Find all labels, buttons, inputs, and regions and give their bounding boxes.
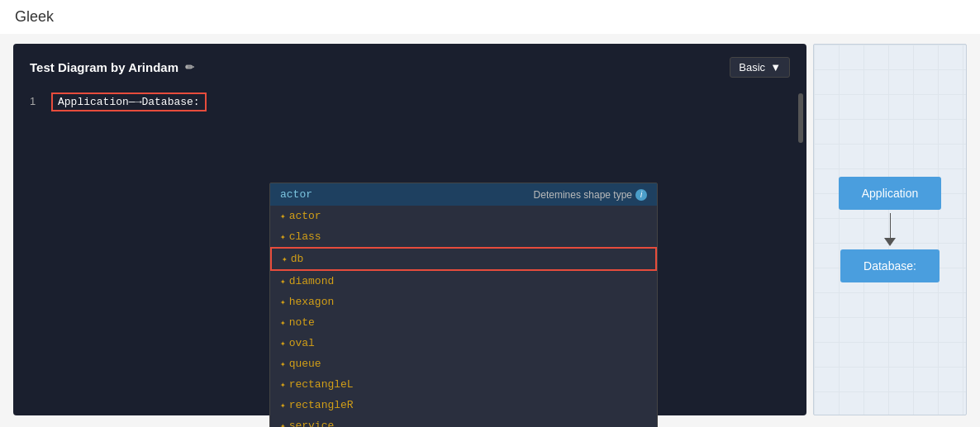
edit-icon[interactable]: ✏ xyxy=(185,61,194,74)
item-icon: ✦ xyxy=(280,358,286,369)
editor-toolbar: Test Diagram by Arindam ✏ Basic ▼ xyxy=(30,57,790,78)
diagram-node-application: Application xyxy=(839,177,942,210)
info-icon: i xyxy=(635,189,647,201)
item-label: rectangleL xyxy=(289,378,354,391)
item-icon: ✦ xyxy=(282,254,288,264)
item-icon: ✦ xyxy=(280,297,286,307)
dropdown-item[interactable]: ✦service xyxy=(270,415,657,427)
arrow-line xyxy=(890,213,891,238)
preview-panel: Application Database: xyxy=(813,44,967,415)
code-connector: —→ xyxy=(129,96,142,108)
item-icon: ✦ xyxy=(280,338,286,349)
item-icon: ✦ xyxy=(280,420,286,427)
diagram-title-text: Test Diagram by Arindam xyxy=(30,60,178,74)
item-label: queue xyxy=(289,358,321,370)
diagram-title: Test Diagram by Arindam ✏ xyxy=(30,60,194,74)
autocomplete-dropdown: actor Detemines shape type i ✦actor✦clas… xyxy=(269,183,658,427)
dropdown-arrow-icon: ▼ xyxy=(770,61,781,74)
diagram-arrow xyxy=(884,213,896,246)
diagram-content: Application Database: xyxy=(839,177,942,282)
app-title-text: Gleek xyxy=(15,8,54,25)
dropdown-item[interactable]: ✦rectangleL xyxy=(270,374,657,395)
code-left: Application xyxy=(58,96,129,108)
line-number: 1 xyxy=(30,93,43,107)
app-title: Gleek xyxy=(0,0,980,34)
item-label: actor xyxy=(289,210,321,222)
dropdown-items-container: ✦actor✦class✦db✦diamond✦hexagon✦note✦ova… xyxy=(270,206,657,427)
main-container: Test Diagram by Arindam ✏ Basic ▼ 1 Appl… xyxy=(0,34,980,425)
item-icon: ✦ xyxy=(280,276,286,287)
code-input-box[interactable]: Application —→ Database: xyxy=(51,93,207,111)
item-label: hexagon xyxy=(289,296,335,308)
dropdown-item[interactable]: ✦queue xyxy=(270,353,657,374)
dropdown-item[interactable]: ✦hexagon xyxy=(270,292,657,312)
dropdown-item[interactable]: ✦class xyxy=(270,226,657,247)
node-bottom-label: Database: xyxy=(863,259,916,273)
item-icon: ✦ xyxy=(280,400,286,410)
mode-label: Basic xyxy=(739,61,765,74)
dropdown-item[interactable]: ✦oval xyxy=(270,333,657,353)
item-label: diamond xyxy=(289,275,335,287)
node-top-label: Application xyxy=(862,187,919,200)
autocomplete-hint: Detemines shape type i xyxy=(534,189,647,201)
item-icon: ✦ xyxy=(280,379,286,390)
dropdown-item[interactable]: ✦diamond xyxy=(270,271,657,292)
scroll-indicator[interactable] xyxy=(798,93,803,143)
autocomplete-header-text: actor xyxy=(280,188,312,201)
item-label: rectangleR xyxy=(289,399,354,411)
code-line-row: 1 Application —→ Database: xyxy=(30,93,790,111)
diagram-node-database: Database: xyxy=(840,249,940,282)
dropdown-item[interactable]: ✦note xyxy=(270,312,657,333)
item-label: service xyxy=(289,420,335,427)
dropdown-header: actor Detemines shape type i xyxy=(270,183,657,206)
editor-panel: Test Diagram by Arindam ✏ Basic ▼ 1 Appl… xyxy=(13,44,806,415)
item-icon: ✦ xyxy=(280,317,286,328)
dropdown-item[interactable]: ✦rectangleR xyxy=(270,395,657,415)
arrow-head-icon xyxy=(884,238,896,246)
mode-dropdown[interactable]: Basic ▼ xyxy=(730,57,790,78)
dropdown-item[interactable]: ✦actor xyxy=(270,206,657,226)
item-label: note xyxy=(289,316,315,329)
dropdown-item[interactable]: ✦db xyxy=(270,247,657,271)
hint-text: Detemines shape type xyxy=(534,189,632,201)
item-icon: ✦ xyxy=(280,231,286,242)
item-label: db xyxy=(291,253,304,265)
item-label: class xyxy=(289,230,321,243)
editor-content: 1 Application —→ Database: xyxy=(30,93,790,111)
code-right: Database: xyxy=(141,96,199,108)
item-label: oval xyxy=(289,337,315,349)
item-icon: ✦ xyxy=(280,211,286,221)
